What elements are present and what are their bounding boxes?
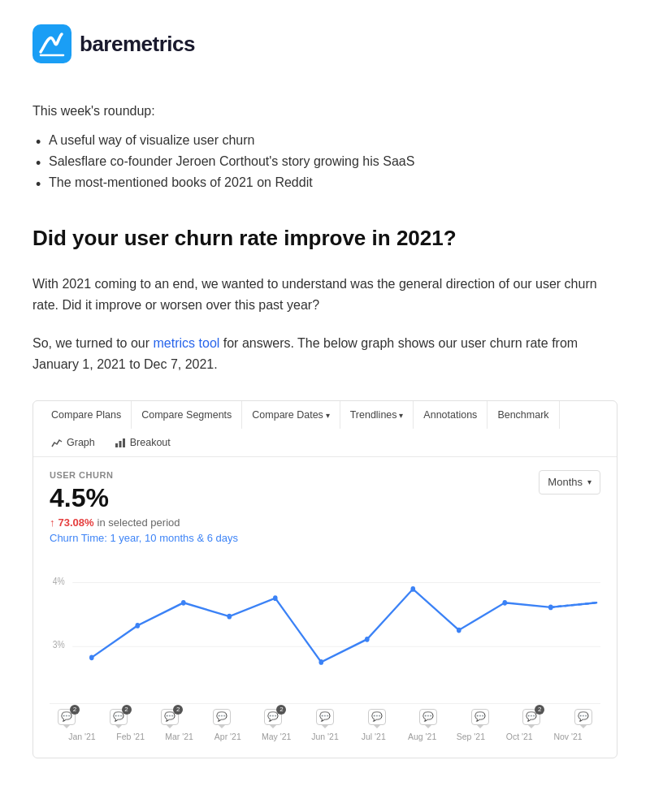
breakout-icon: [115, 437, 126, 448]
annotation-apr: 💬: [213, 709, 231, 725]
annotations-button[interactable]: Annotations: [414, 401, 488, 429]
annotation-jun: 💬: [316, 709, 334, 725]
annotation-bubble[interactable]: 💬 2: [522, 709, 540, 725]
breakout-view-button[interactable]: Breakout: [105, 429, 180, 456]
svg-point-11: [181, 599, 186, 605]
chart-svg: 4% 3%: [50, 557, 600, 703]
svg-point-14: [318, 659, 323, 665]
annotation-count: 2: [122, 705, 132, 715]
x-axis-labels: Jan '21 Feb '21 Mar '21 Apr '21 May '21 …: [50, 725, 600, 749]
annotation-bubble[interactable]: 💬: [316, 709, 334, 725]
svg-text:4%: 4%: [53, 575, 65, 585]
annotation-bubble[interactable]: 💬: [419, 709, 437, 725]
annotation-sep: 💬: [471, 709, 489, 725]
compare-plans-button[interactable]: Compare Plans: [41, 401, 132, 429]
annotation-count: 2: [173, 705, 183, 715]
annotation-bubble[interactable]: 💬: [213, 709, 231, 725]
x-label-apr: Apr '21: [203, 732, 252, 741]
roundup-section: This week's roundup: A useful way of vis…: [32, 104, 618, 193]
svg-rect-2: [119, 441, 121, 447]
svg-point-12: [227, 613, 232, 619]
churn-time-label: Churn Time:: [50, 532, 107, 544]
trendlines-button[interactable]: Trendlines: [340, 401, 414, 429]
body-prefix: So, we turned to our: [32, 336, 154, 350]
compare-dates-button[interactable]: Compare Dates: [242, 401, 340, 429]
annotation-bubble[interactable]: 💬 2: [264, 709, 282, 725]
x-label-feb: Feb '21: [106, 732, 155, 741]
chart-toolbar: Compare Plans Compare Segments Compare D…: [33, 401, 617, 457]
annotation-nov: 💬: [574, 709, 592, 725]
x-label-jul: Jul '21: [349, 732, 398, 741]
annotation-mar: 💬 2: [161, 709, 179, 725]
annotation-count: 2: [276, 705, 286, 715]
benchmark-button[interactable]: Benchmark: [488, 401, 559, 429]
svg-point-9: [89, 654, 94, 660]
x-label-may: May '21: [252, 732, 301, 741]
chart-change: ↑ 73.08% in selected period: [50, 516, 238, 529]
svg-rect-0: [32, 24, 72, 63]
svg-point-18: [502, 599, 507, 605]
graph-view-button[interactable]: Graph: [41, 429, 105, 456]
annotation-count: 2: [70, 705, 80, 715]
article-heading: Did your user churn rate improve in 2021…: [32, 226, 618, 251]
breakout-label: Breakout: [130, 437, 171, 448]
annotation-bubble[interactable]: 💬 2: [110, 709, 128, 725]
svg-point-19: [548, 604, 553, 610]
annotation-jan: 💬 2: [58, 709, 76, 725]
compare-segments-button[interactable]: Compare Segments: [132, 401, 242, 429]
svg-point-13: [273, 595, 278, 601]
chart-annotations: 💬 2 💬 2 💬 2 💬: [50, 703, 600, 725]
svg-point-17: [457, 627, 462, 633]
change-period: in selected period: [98, 516, 180, 529]
annotation-feb: 💬 2: [110, 709, 128, 725]
annotation-jul: 💬: [368, 709, 386, 725]
body-paragraph-1: With 2021 coming to an end, we wanted to…: [32, 274, 618, 317]
chart-area: 4% 3%: [50, 557, 600, 703]
annotation-bubble[interactable]: 💬 2: [58, 709, 76, 725]
svg-point-10: [135, 623, 140, 628]
x-label-aug: Aug '21: [398, 732, 447, 741]
svg-text:3%: 3%: [53, 639, 65, 650]
graph-icon: [51, 437, 63, 448]
chart-widget: Compare Plans Compare Segments Compare D…: [32, 400, 618, 758]
annotation-may: 💬 2: [264, 709, 282, 725]
list-item: A useful way of visualize user churn: [32, 130, 618, 151]
annotation-aug: 💬: [419, 709, 437, 725]
svg-point-15: [365, 636, 370, 641]
x-label-sep: Sep '21: [447, 732, 496, 741]
x-label-mar: Mar '21: [155, 732, 204, 741]
period-selector-label: Months: [548, 476, 583, 488]
metric-label: USER CHURN: [50, 470, 238, 480]
x-label-jan: Jan '21: [58, 732, 106, 741]
annotation-bubble[interactable]: 💬: [368, 709, 386, 725]
body-paragraph-2: So, we turned to our metrics tool for an…: [32, 333, 618, 376]
roundup-intro: This week's roundup:: [32, 104, 618, 119]
annotation-bubble[interactable]: 💬: [574, 709, 592, 725]
svg-point-16: [410, 586, 415, 592]
logo-text: baremetrics: [80, 32, 195, 57]
metric-value: 4.5%: [50, 483, 238, 513]
x-label-jun: Jun '21: [301, 732, 349, 741]
churn-time-value: 1 year, 10 months & 6 days: [110, 532, 238, 544]
metrics-tool-link[interactable]: metrics tool: [154, 336, 220, 350]
graph-label: Graph: [67, 437, 95, 448]
logo-area: baremetrics: [32, 24, 618, 63]
baremetrics-logo-icon: [32, 24, 72, 63]
svg-rect-1: [115, 443, 118, 447]
annotation-bubble[interactable]: 💬 2: [161, 709, 179, 725]
annotation-oct: 💬 2: [522, 709, 540, 725]
roundup-list: A useful way of visualize user churn Sal…: [32, 130, 618, 193]
chart-body: USER CHURN 4.5% ↑ 73.08% in selected per…: [33, 457, 617, 758]
period-selector[interactable]: Months: [539, 470, 600, 495]
change-pct: 73.08%: [58, 516, 94, 529]
annotation-count: 2: [535, 705, 544, 715]
svg-rect-3: [123, 438, 125, 447]
annotation-bubble[interactable]: 💬: [471, 709, 489, 725]
chart-header-row: USER CHURN 4.5% ↑ 73.08% in selected per…: [50, 470, 600, 557]
churn-time: Churn Time: 1 year, 10 months & 6 days: [50, 532, 238, 544]
x-label-nov: Nov '21: [544, 732, 592, 741]
x-label-oct: Oct '21: [495, 732, 544, 741]
list-item: The most-mentioned books of 2021 on Redd…: [32, 172, 618, 193]
list-item: Salesflare co-founder Jeroen Corthout's …: [32, 151, 618, 172]
metric-info: USER CHURN 4.5% ↑ 73.08% in selected per…: [50, 470, 238, 557]
